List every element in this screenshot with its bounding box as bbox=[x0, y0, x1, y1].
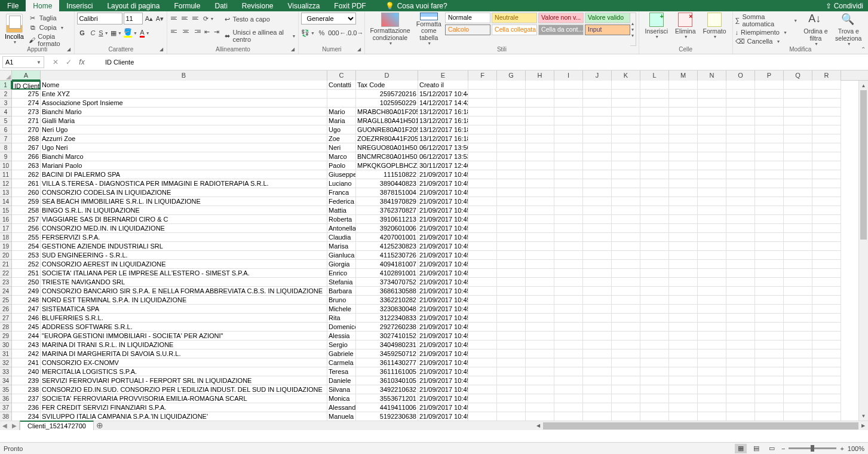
cell[interactable]: Mariani Paolo bbox=[41, 161, 327, 170]
cell[interactable]: 238 bbox=[12, 385, 41, 394]
cell[interactable] bbox=[755, 358, 784, 367]
underline-button[interactable]: S▼ bbox=[99, 27, 108, 39]
cell[interactable] bbox=[669, 296, 698, 305]
cell[interactable] bbox=[698, 251, 726, 260]
cell[interactable]: 258 bbox=[12, 206, 41, 215]
bold-button[interactable]: G bbox=[77, 27, 87, 39]
cell[interactable] bbox=[726, 385, 755, 394]
cell[interactable]: Stefania bbox=[327, 278, 356, 287]
cell[interactable] bbox=[526, 206, 554, 215]
decrease-indent-button[interactable]: ⇤ bbox=[202, 26, 211, 38]
cell[interactable]: 21/09/2017 10:45 bbox=[418, 260, 468, 269]
cell[interactable] bbox=[812, 143, 841, 152]
cell[interactable] bbox=[726, 358, 755, 367]
cell[interactable]: SEA BEACH IMMOBILIARE S.R.L. IN LIQUIDAZ… bbox=[41, 197, 327, 206]
cell[interactable]: 21/09/2017 10:45 bbox=[418, 179, 468, 188]
cell[interactable] bbox=[669, 269, 698, 278]
tab-home[interactable]: Home bbox=[26, 0, 59, 11]
cell[interactable]: 4207001001 bbox=[356, 233, 418, 242]
row-header[interactable]: 23 bbox=[0, 278, 12, 287]
cell[interactable]: 3890440823 bbox=[356, 179, 418, 188]
cell[interactable] bbox=[755, 206, 784, 215]
cell[interactable]: Marco bbox=[327, 152, 356, 161]
cell[interactable] bbox=[640, 215, 669, 224]
cell[interactable] bbox=[612, 278, 640, 287]
cell[interactable]: Carmela bbox=[327, 358, 356, 367]
cell[interactable] bbox=[468, 278, 497, 287]
cell[interactable]: 247 bbox=[12, 305, 41, 314]
cell[interactable] bbox=[640, 260, 669, 269]
row-header[interactable]: 37 bbox=[0, 403, 12, 412]
cell[interactable] bbox=[698, 215, 726, 224]
row-header[interactable]: 19 bbox=[0, 242, 12, 251]
cell[interactable]: 267 bbox=[12, 143, 41, 152]
cell[interactable] bbox=[497, 412, 526, 421]
cell[interactable] bbox=[755, 197, 784, 206]
cell[interactable] bbox=[726, 206, 755, 215]
cell[interactable] bbox=[784, 251, 812, 260]
clear-button[interactable]: ⌫Cancella▼ bbox=[735, 37, 798, 46]
cell[interactable] bbox=[784, 161, 812, 170]
cell[interactable]: 3610340105 bbox=[356, 376, 418, 385]
cell[interactable] bbox=[726, 340, 755, 349]
cell[interactable] bbox=[698, 188, 726, 197]
cell[interactable] bbox=[726, 296, 755, 305]
cell[interactable] bbox=[612, 323, 640, 332]
cell[interactable] bbox=[583, 403, 612, 412]
cell[interactable] bbox=[726, 224, 755, 233]
cell[interactable] bbox=[526, 323, 554, 332]
cell[interactable]: 236 bbox=[12, 403, 41, 412]
cell[interactable] bbox=[669, 358, 698, 367]
cell[interactable] bbox=[812, 385, 841, 394]
cell[interactable]: 268 bbox=[12, 134, 41, 143]
cell[interactable] bbox=[698, 260, 726, 269]
font-name-input[interactable] bbox=[77, 13, 122, 24]
cell[interactable] bbox=[640, 233, 669, 242]
cell[interactable] bbox=[698, 358, 726, 367]
row-header[interactable]: 25 bbox=[0, 296, 12, 305]
decrease-decimal-button[interactable]: .0→ bbox=[352, 27, 362, 39]
cell[interactable] bbox=[784, 287, 812, 296]
cell[interactable] bbox=[497, 385, 526, 394]
column-header[interactable]: J bbox=[583, 70, 612, 81]
cell[interactable] bbox=[698, 99, 726, 108]
cell[interactable]: 274 bbox=[12, 99, 41, 108]
cell[interactable] bbox=[554, 323, 583, 332]
copy-button[interactable]: ⧉Copia▼ bbox=[29, 23, 72, 32]
column-header[interactable]: R bbox=[812, 70, 841, 81]
cell[interactable] bbox=[755, 394, 784, 403]
cell[interactable]: GUONRE80A01F205K bbox=[356, 125, 418, 134]
cell[interactable] bbox=[554, 385, 583, 394]
cell[interactable] bbox=[784, 314, 812, 323]
cell[interactable]: 3686130588 bbox=[356, 287, 418, 296]
cell[interactable]: 13/12/2017 16:18 bbox=[418, 116, 468, 125]
cell[interactable]: Mario bbox=[327, 108, 356, 116]
cell[interactable]: 3122340833 bbox=[356, 314, 418, 323]
cell[interactable] bbox=[612, 134, 640, 143]
cell[interactable] bbox=[784, 260, 812, 269]
cell[interactable] bbox=[640, 385, 669, 394]
cell[interactable] bbox=[526, 99, 554, 108]
cell[interactable]: Sergio bbox=[327, 340, 356, 349]
cell[interactable]: 240 bbox=[12, 367, 41, 376]
cell[interactable] bbox=[468, 81, 497, 90]
cell[interactable] bbox=[526, 269, 554, 278]
cell[interactable]: Nome bbox=[41, 81, 327, 90]
cell[interactable] bbox=[583, 215, 612, 224]
cell[interactable] bbox=[755, 170, 784, 179]
cell[interactable] bbox=[812, 269, 841, 278]
select-all-button[interactable] bbox=[0, 70, 12, 81]
cell[interactable] bbox=[497, 152, 526, 161]
cell[interactable] bbox=[812, 215, 841, 224]
cell[interactable] bbox=[468, 269, 497, 278]
cell[interactable] bbox=[526, 340, 554, 349]
tell-me[interactable]: 💡 Cosa vuoi fare? bbox=[385, 0, 447, 11]
cell[interactable]: 3459250712 bbox=[356, 349, 418, 358]
cell[interactable] bbox=[612, 143, 640, 152]
cell[interactable] bbox=[497, 296, 526, 305]
row-header[interactable]: 20 bbox=[0, 251, 12, 260]
cell[interactable] bbox=[612, 412, 640, 421]
cell[interactable] bbox=[755, 125, 784, 134]
cell[interactable] bbox=[497, 143, 526, 152]
cell[interactable]: Creato il bbox=[418, 81, 468, 90]
